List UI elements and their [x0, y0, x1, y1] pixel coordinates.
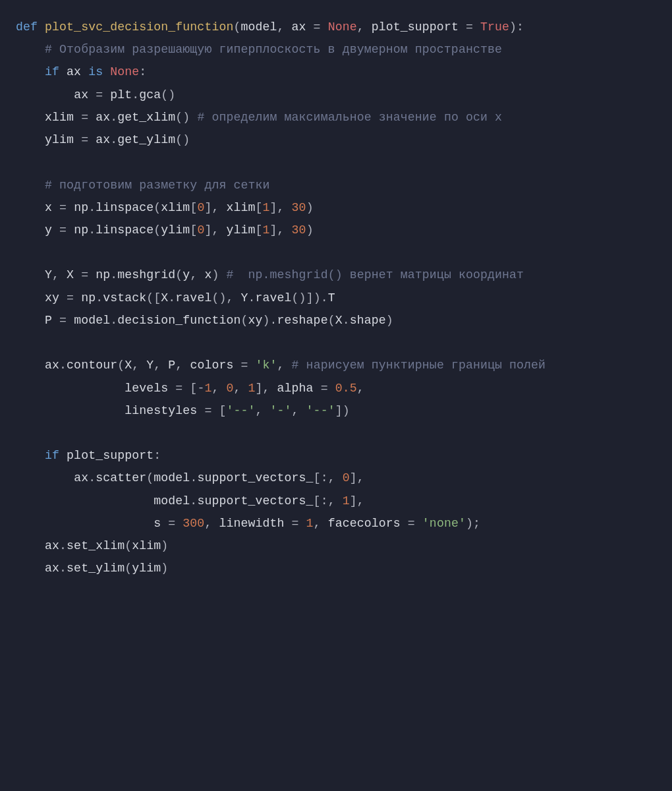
- comment: # определим максимальное значение по оси…: [197, 111, 502, 124]
- call-reshape: reshape: [277, 314, 328, 327]
- param-ax: ax: [292, 20, 306, 34]
- kw-if: if: [45, 65, 59, 78]
- comment: # нарисуем пунктирные границы полей: [292, 359, 546, 372]
- kw-def: def: [16, 20, 38, 34]
- fn-name: plot_svc_decision_function: [45, 20, 233, 34]
- kw-true: True: [480, 20, 509, 34]
- param-plot-support: plot_support: [372, 20, 459, 34]
- call-get-ylim: get_ylim: [117, 133, 175, 146]
- call-get-xlim: get_xlim: [117, 111, 175, 124]
- call-gca: gca: [139, 88, 161, 102]
- call-scatter: scatter: [96, 471, 146, 484]
- kw-is: is: [88, 65, 103, 78]
- call-decision-function: decision_function: [117, 314, 240, 327]
- code-block: def plot_svc_decision_function(model, ax…: [0, 0, 672, 595]
- paren: (: [233, 20, 240, 34]
- call-contour: contour: [67, 359, 117, 372]
- call-vstack: vstack: [103, 291, 146, 305]
- call-linspace: linspace: [96, 201, 154, 214]
- comment: # Отобразим разрешающую гиперплоскость в…: [45, 43, 502, 56]
- call-meshgrid: meshgrid: [117, 268, 175, 281]
- call-set-ylim: set_ylim: [67, 562, 125, 575]
- comment: # np.meshgrid() вернет матрицы координат: [226, 268, 524, 281]
- comment: # подготовим разметку для сетки: [45, 179, 269, 192]
- call-set-xlim: set_xlim: [67, 539, 125, 552]
- param-model: model: [240, 20, 277, 34]
- kw-none: None: [328, 20, 357, 34]
